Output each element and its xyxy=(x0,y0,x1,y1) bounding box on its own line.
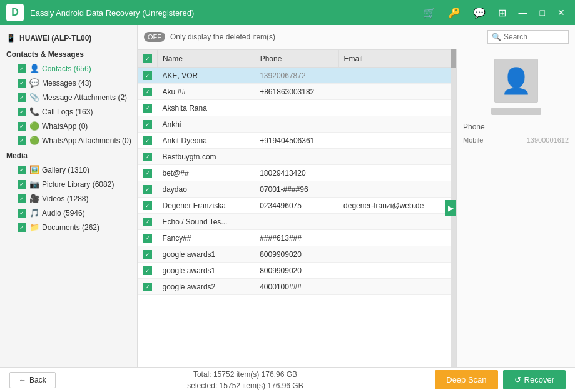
row-checkbox[interactable]: ✓ xyxy=(143,88,152,96)
row-checkbox[interactable]: ✓ xyxy=(143,169,152,178)
row-phone: 8009909020 xyxy=(255,263,338,279)
row-checkbox[interactable]: ✓ xyxy=(143,201,152,210)
toggle-switch[interactable]: OFF Only display the deleted item(s) xyxy=(144,32,275,42)
sidebar-item[interactable]: ✓📁Documents (262) xyxy=(0,220,137,234)
table-row[interactable]: ✓google awards18009909020 xyxy=(138,263,456,279)
table-row[interactable]: ✓Ankit Dyeona+919404506361 xyxy=(138,133,456,149)
maximize-button[interactable]: □ xyxy=(536,6,549,19)
row-name: AKE, VOR xyxy=(158,68,255,84)
sidebar-item[interactable]: ✓🟢WhatsApp (0) xyxy=(0,119,137,133)
row-checkbox[interactable]: ✓ xyxy=(143,250,152,259)
row-phone: 13920067872 xyxy=(255,68,338,84)
title-bar: D Eassiy Android Data Recovery (Unregist… xyxy=(0,0,575,25)
row-checkbox-cell[interactable]: ✓ xyxy=(138,133,158,149)
expand-arrow[interactable]: ▶ xyxy=(445,200,456,216)
row-checkbox[interactable]: ✓ xyxy=(143,153,152,161)
row-checkbox-cell[interactable]: ✓ xyxy=(138,68,158,84)
mobile-row: Mobile 13900001612 xyxy=(463,136,569,144)
sidebar-checkbox[interactable]: ✓ xyxy=(18,122,26,131)
grid-icon[interactable]: ⊞ xyxy=(494,6,510,20)
row-name: Degener Franziska xyxy=(158,198,255,214)
bottom-bar: ← Back Total: 15752 item(s) 176.96 GB se… xyxy=(0,367,575,392)
row-phone: 0234496075 xyxy=(255,198,338,214)
search-box[interactable]: 🔍 xyxy=(487,30,569,44)
sidebar-item[interactable]: ✓📷Picture Library (6082) xyxy=(0,177,137,191)
sidebar-item[interactable]: ✓🎵Audio (5946) xyxy=(0,206,137,220)
row-checkbox-cell[interactable]: ✓ xyxy=(138,246,158,263)
row-checkbox[interactable]: ✓ xyxy=(143,234,152,243)
sidebar-checkbox[interactable]: ✓ xyxy=(18,194,26,203)
row-checkbox[interactable]: ✓ xyxy=(143,266,152,275)
back-button[interactable]: ← Back xyxy=(9,372,56,388)
table-row[interactable]: ✓Bestbuygtn.com xyxy=(138,149,456,165)
sidebar-checkbox[interactable]: ✓ xyxy=(18,136,26,145)
sidebar-checkbox[interactable]: ✓ xyxy=(18,166,26,174)
row-checkbox-cell[interactable]: ✓ xyxy=(138,198,158,214)
recover-button[interactable]: ↺ Recover xyxy=(503,370,566,389)
sidebar-checkbox[interactable]: ✓ xyxy=(18,209,26,218)
row-phone xyxy=(255,149,338,165)
mobile-label: Mobile xyxy=(463,136,483,144)
row-checkbox-cell[interactable]: ✓ xyxy=(138,100,158,116)
sidebar-item-icon: 🖼️ xyxy=(29,165,39,174)
sidebar-checkbox[interactable]: ✓ xyxy=(18,180,26,189)
table-row[interactable]: ✓Echo / Sound Tes... xyxy=(138,214,456,230)
deep-scan-button[interactable]: Deep Scan xyxy=(435,370,497,389)
table-row[interactable]: ✓Akshita Rana xyxy=(138,100,456,116)
row-checkbox[interactable]: ✓ xyxy=(143,185,152,194)
sidebar-checkbox[interactable]: ✓ xyxy=(18,223,26,232)
row-checkbox-cell[interactable]: ✓ xyxy=(138,230,158,246)
scrollbar-thumb[interactable] xyxy=(451,49,456,68)
cart-icon[interactable]: 🛒 xyxy=(419,6,439,20)
row-checkbox[interactable]: ✓ xyxy=(143,218,152,226)
table-row[interactable]: ✓Degener Franziska0234496075degener-fran… xyxy=(138,198,456,214)
sidebar-item[interactable]: ✓📞Call Logs (163) xyxy=(0,104,137,119)
device-header: 📱 HUAWEI (ALP-TL00) xyxy=(0,30,137,46)
table-row[interactable]: ✓Fancy######613### xyxy=(138,230,456,246)
minimize-button[interactable]: — xyxy=(515,6,531,19)
table-row[interactable]: ✓Aku ##+861863003182 xyxy=(138,84,456,100)
avatar-icon: 👤 xyxy=(501,66,532,96)
sidebar-item[interactable]: ✓👤Contacts (656) xyxy=(0,61,137,76)
sidebar-item[interactable]: ✓🖼️Gallery (1310) xyxy=(0,163,137,177)
table-row[interactable]: ✓google awards24000100### xyxy=(138,279,456,295)
row-checkbox-cell[interactable]: ✓ xyxy=(138,165,158,181)
sidebar-item[interactable]: ✓📎Message Attachments (2) xyxy=(0,90,137,104)
row-checkbox[interactable]: ✓ xyxy=(143,120,152,129)
sidebar-item-label: Message Attachments (2) xyxy=(42,93,127,102)
header-checkbox-col[interactable]: ✓ xyxy=(138,50,158,68)
row-checkbox[interactable]: ✓ xyxy=(143,283,152,291)
row-checkbox-cell[interactable]: ✓ xyxy=(138,84,158,100)
table-row[interactable]: ✓bet@##18029413420 xyxy=(138,165,456,181)
sidebar-item-icon: 🟢 xyxy=(29,136,39,145)
sidebar-item[interactable]: ✓🟢WhatsApp Attachments (0) xyxy=(0,133,137,148)
search-input[interactable] xyxy=(504,33,564,41)
header-checkbox[interactable]: ✓ xyxy=(143,54,152,63)
row-phone xyxy=(255,100,338,116)
sidebar-item[interactable]: ✓💬Messages (43) xyxy=(0,76,137,90)
row-checkbox[interactable]: ✓ xyxy=(143,136,152,145)
row-checkbox[interactable]: ✓ xyxy=(143,71,152,80)
table-row[interactable]: ✓daydao07001-####96 xyxy=(138,181,456,198)
sidebar-checkbox[interactable]: ✓ xyxy=(18,93,26,102)
sidebar-checkbox[interactable]: ✓ xyxy=(18,79,26,88)
row-checkbox-cell[interactable]: ✓ xyxy=(138,149,158,165)
row-checkbox-cell[interactable]: ✓ xyxy=(138,214,158,230)
row-checkbox-cell[interactable]: ✓ xyxy=(138,181,158,198)
table-row[interactable]: ✓google awards18009909020 xyxy=(138,246,456,263)
key-icon[interactable]: 🔑 xyxy=(444,6,464,20)
close-button[interactable]: ✕ xyxy=(554,6,569,19)
sidebar-item[interactable]: ✓🎥Videos (1288) xyxy=(0,191,137,206)
table-row[interactable]: ✓AKE, VOR13920067872 xyxy=(138,68,456,84)
row-checkbox[interactable]: ✓ xyxy=(143,104,152,113)
row-checkbox-cell[interactable]: ✓ xyxy=(138,279,158,295)
sidebar-item-label: Contacts (656) xyxy=(42,64,91,73)
chat-icon[interactable]: 💬 xyxy=(469,6,489,20)
sidebar-checkbox[interactable]: ✓ xyxy=(18,108,26,116)
row-checkbox-cell[interactable]: ✓ xyxy=(138,263,158,279)
row-checkbox-cell[interactable]: ✓ xyxy=(138,116,158,133)
sidebar-checkbox[interactable]: ✓ xyxy=(18,64,26,73)
contacts-table: ✓NamePhoneEmail ✓AKE, VOR13920067872✓Aku… xyxy=(138,49,456,295)
table-row[interactable]: ✓Ankhi xyxy=(138,116,456,133)
toggle-off-label: OFF xyxy=(144,32,165,42)
